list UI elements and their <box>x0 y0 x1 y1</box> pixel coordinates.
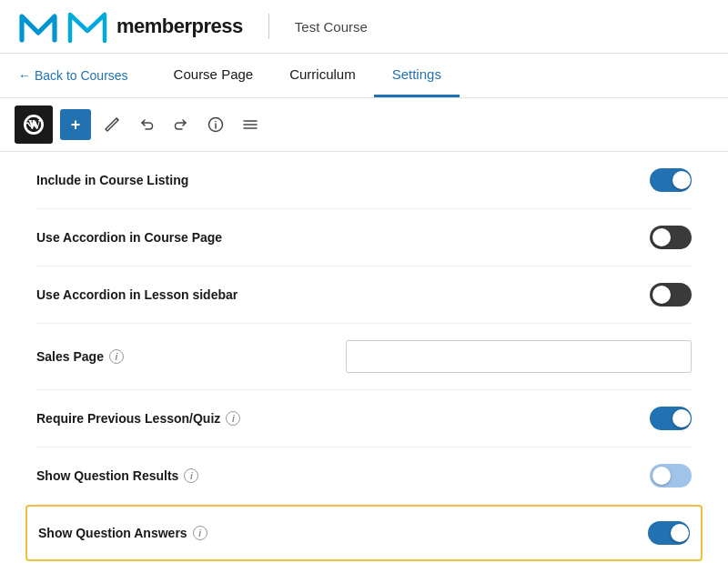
setting-label-show-answers: Show Question Answers i <box>38 526 207 540</box>
info-icon-sales-page[interactable]: i <box>109 349 124 364</box>
toggle-accordion-lesson[interactable] <box>650 283 692 307</box>
setting-row-accordion-lesson: Use Accordion in Lesson sidebar <box>36 266 692 324</box>
tab-settings[interactable]: Settings <box>374 54 460 97</box>
setting-label-include-listing: Include in Course Listing <box>36 173 188 187</box>
setting-label-show-results: Show Question Results i <box>36 468 198 483</box>
svg-point-5 <box>215 121 217 123</box>
info-icon-show-results[interactable]: i <box>184 468 198 483</box>
info-toolbar-icon[interactable] <box>202 111 229 138</box>
toggle-show-answers[interactable] <box>648 521 690 545</box>
memberpress-logo-icon <box>67 9 107 44</box>
setting-label-sales-page: Sales Page i <box>36 349 124 364</box>
toolbar: W + <box>0 98 728 152</box>
setting-label-accordion-lesson: Use Accordion in Lesson sidebar <box>36 287 238 302</box>
memberpress-logo <box>18 9 58 44</box>
toggle-accordion-course[interactable] <box>650 226 692 249</box>
setting-label-accordion-course: Use Accordion in Course Page <box>36 230 222 245</box>
add-block-button[interactable]: + <box>60 109 91 140</box>
header-divider <box>268 14 269 39</box>
wordpress-icon: W <box>23 114 45 136</box>
sales-page-input[interactable] <box>346 340 692 373</box>
nav-bar: ← Back to Courses Course Page Curriculum… <box>0 54 728 98</box>
edit-icon[interactable] <box>98 111 126 138</box>
back-to-courses-link[interactable]: ← Back to Courses <box>18 55 128 96</box>
setting-row-include-listing: Include in Course Listing <box>36 152 692 209</box>
settings-content: Include in Course Listing Use Accordion … <box>0 152 728 561</box>
menu-icon[interactable] <box>237 111 264 138</box>
setting-row-require-lesson: Require Previous Lesson/Quiz i <box>36 390 692 447</box>
svg-text:W: W <box>28 118 41 132</box>
nav-tabs: Course Page Curriculum Settings <box>156 54 460 97</box>
setting-row-show-answers: Show Question Answers i <box>25 505 703 561</box>
setting-row-sales-page: Sales Page i <box>36 324 692 390</box>
setting-row-accordion-course: Use Accordion in Course Page <box>36 209 692 266</box>
info-icon-require-lesson[interactable]: i <box>226 411 240 426</box>
tab-curriculum[interactable]: Curriculum <box>271 54 374 97</box>
toggle-show-results[interactable] <box>650 464 692 488</box>
wordpress-icon-block[interactable]: W <box>15 106 53 144</box>
undo-icon[interactable] <box>133 111 160 138</box>
tab-course-page[interactable]: Course Page <box>156 54 272 97</box>
setting-row-show-results: Show Question Results i <box>36 447 692 505</box>
toggle-require-lesson[interactable] <box>650 407 692 430</box>
course-title: Test Course <box>295 19 368 35</box>
app-header: memberpress Test Course <box>0 0 728 54</box>
brand-name: memberpress <box>116 15 243 38</box>
toggle-include-listing[interactable] <box>650 168 692 192</box>
logo-area: memberpress <box>18 9 243 44</box>
redo-icon[interactable] <box>167 111 195 138</box>
setting-label-require-lesson: Require Previous Lesson/Quiz i <box>36 411 240 426</box>
info-icon-show-answers[interactable]: i <box>193 526 207 540</box>
